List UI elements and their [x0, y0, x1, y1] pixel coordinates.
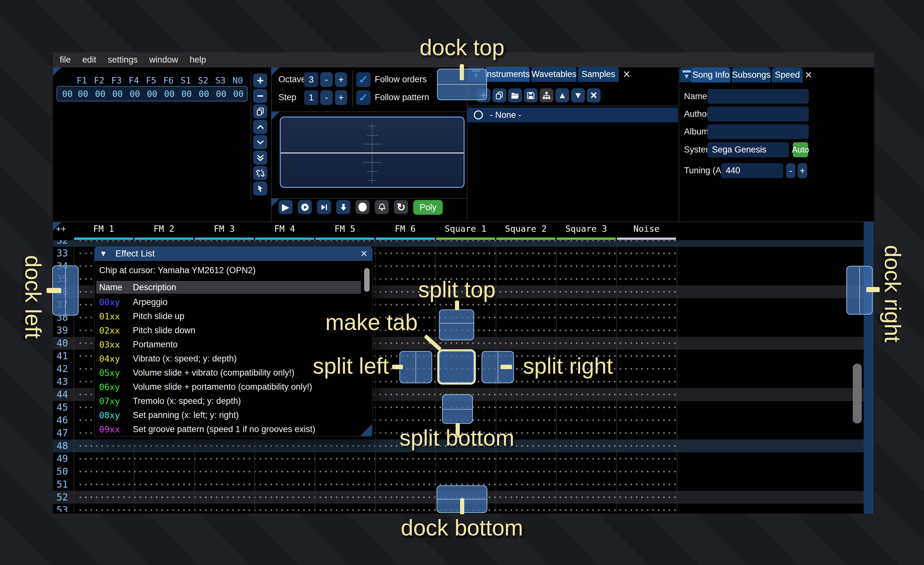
channel-header-fm-1[interactable]: FM 1 — [74, 224, 134, 235]
tuning-field[interactable]: 440 — [721, 163, 783, 178]
collapse-icon[interactable]: ▼ — [99, 249, 107, 258]
follow-orders-checkbox[interactable]: ✓ — [356, 72, 370, 87]
stop-button[interactable] — [356, 200, 370, 214]
make-tab-target[interactable] — [437, 349, 476, 385]
tab-wavetables[interactable]: Wavetables — [531, 67, 576, 82]
order-cell[interactable]: 00 — [109, 89, 126, 99]
instrument-tree-button[interactable] — [540, 88, 554, 102]
instrument-delete-x-button[interactable]: × — [587, 88, 601, 102]
order-cell[interactable]: 00 — [230, 89, 247, 99]
effect-list-scrollbar-thumb[interactable] — [364, 268, 370, 292]
orders-chevron-up-button[interactable] — [253, 120, 267, 134]
close-icon[interactable]: × — [803, 69, 814, 81]
pattern-row-50[interactable]: 50 — [53, 465, 864, 478]
step-value[interactable]: 1 — [304, 90, 318, 105]
orders-plus-button[interactable]: + — [253, 74, 267, 88]
close-icon[interactable]: × — [621, 68, 633, 80]
effect-list-column-header[interactable]: Name Description — [96, 281, 361, 294]
poly-button[interactable]: Poly — [413, 200, 443, 215]
menu-item-help[interactable]: help — [190, 55, 206, 65]
instrument-duplicate-button[interactable] — [492, 88, 506, 102]
menu-item-window[interactable]: window — [149, 55, 178, 65]
instrument-folder-open-button[interactable] — [508, 88, 522, 102]
orders-channel-header[interactable]: F4 — [125, 75, 142, 86]
play-to-cursor-button[interactable] — [317, 200, 331, 214]
effect-list-titlebar[interactable]: ▼ Effect List × — [94, 246, 372, 261]
empty-note-cells[interactable] — [76, 491, 677, 504]
orders-double-chevron-down-button[interactable] — [253, 150, 267, 165]
instrument-save-button[interactable] — [524, 88, 538, 102]
pattern-row-49[interactable]: 49 — [53, 452, 864, 465]
resize-grip-icon[interactable] — [360, 424, 372, 436]
orders-channel-header[interactable]: N0 — [229, 75, 246, 86]
channel-header-noise[interactable]: Noise — [616, 224, 676, 235]
empty-note-cells[interactable] — [76, 465, 677, 478]
tab-subsongs[interactable]: Subsongs — [732, 68, 771, 83]
orders-minus-button[interactable]: − — [253, 89, 267, 103]
tab-song-info[interactable]: Song Info — [692, 68, 730, 83]
split-left-target[interactable] — [399, 351, 432, 383]
effect-row-07xy[interactable]: 07xyTremolo (x: speed; y: depth) — [96, 394, 366, 408]
step-plus-button[interactable]: + — [335, 90, 347, 105]
octave-plus-button[interactable]: + — [335, 72, 347, 87]
menu-item-file[interactable]: file — [60, 55, 71, 65]
orders-chevron-down-button[interactable] — [253, 135, 267, 149]
orders-cursor-button[interactable] — [253, 181, 267, 195]
repeat-button[interactable]: ↻ — [394, 200, 408, 214]
effect-row-08xy[interactable]: 08xySet panning (x: left; y: right) — [96, 408, 366, 422]
empty-note-cells[interactable] — [76, 478, 677, 491]
tuning-minus-button[interactable]: - — [786, 163, 795, 178]
order-cell[interactable]: 00 — [143, 89, 161, 99]
play-button[interactable]: ▶ — [279, 200, 292, 214]
system-field[interactable]: Sega Genesis — [707, 142, 789, 157]
empty-note-cells[interactable] — [76, 452, 677, 465]
orders-channel-header[interactable]: S2 — [194, 75, 212, 86]
pattern-scrollbar-thumb[interactable] — [853, 364, 862, 424]
channel-header-fm-2[interactable]: FM 2 — [134, 224, 194, 235]
orders-unlink-button[interactable] — [253, 166, 267, 180]
channel-header-fm-4[interactable]: FM 4 — [254, 224, 315, 235]
orders-channel-header[interactable]: F3 — [108, 75, 125, 86]
name-field[interactable] — [707, 89, 809, 104]
order-cell[interactable]: 00 — [161, 89, 178, 99]
order-cell[interactable]: 00 — [74, 89, 92, 99]
play-circle-button[interactable] — [298, 200, 312, 214]
orders-channel-header[interactable]: S3 — [212, 75, 229, 86]
order-cell[interactable]: 00 — [212, 89, 230, 99]
channel-header-square-2[interactable]: Square 2 — [496, 224, 556, 235]
instrument-list-item[interactable]: - None - — [468, 108, 678, 122]
orders-channel-header[interactable]: F5 — [142, 75, 160, 86]
orders-channel-header[interactable]: F2 — [90, 75, 108, 86]
order-cell[interactable]: 00 — [195, 89, 213, 99]
empty-note-cells[interactable] — [76, 504, 677, 512]
tuning-plus-button[interactable]: + — [798, 163, 807, 178]
menu-item-edit[interactable]: edit — [82, 55, 97, 65]
order-cell[interactable]: 00 — [178, 89, 195, 99]
tab-samples[interactable]: Samples — [578, 67, 619, 82]
split-bottom-target[interactable] — [442, 394, 473, 424]
tab-speed[interactable]: Speed — [772, 68, 803, 83]
order-cell[interactable]: 00 — [92, 89, 109, 99]
menu-item-settings[interactable]: settings — [108, 55, 138, 65]
effect-row-09xx[interactable]: 09xxSet groove pattern (speed 1 if no gr… — [96, 422, 366, 436]
step-minus-button[interactable]: - — [320, 90, 333, 105]
empty-note-cells[interactable] — [76, 240, 677, 247]
channel-header-fm-5[interactable]: FM 5 — [315, 224, 375, 235]
channel-header-square-1[interactable]: Square 1 — [435, 224, 496, 235]
orders-channel-header[interactable]: F1 — [73, 75, 90, 86]
channel-header-fm-3[interactable]: FM 3 — [194, 224, 254, 235]
effect-row-00xy[interactable]: 00xyArpeggio — [96, 295, 366, 309]
octave-value[interactable]: 3 — [304, 72, 318, 87]
empty-note-cells[interactable] — [76, 439, 677, 452]
effect-row-03xx[interactable]: 03xxPortamento — [96, 337, 366, 352]
orders-channel-header[interactable]: F6 — [160, 75, 177, 86]
channel-header-square-3[interactable]: Square 3 — [556, 224, 616, 235]
orders-duplicate-button[interactable] — [253, 104, 267, 119]
follow-pattern-checkbox[interactable]: ✓ — [356, 90, 370, 105]
step-down-button[interactable] — [336, 200, 350, 214]
album-field[interactable] — [707, 124, 809, 139]
channel-header-fm-6[interactable]: FM 6 — [375, 224, 435, 235]
octave-minus-button[interactable]: - — [320, 72, 333, 87]
bell-button[interactable] — [375, 200, 389, 214]
pattern-expand-control[interactable]: ++ — [56, 224, 66, 233]
